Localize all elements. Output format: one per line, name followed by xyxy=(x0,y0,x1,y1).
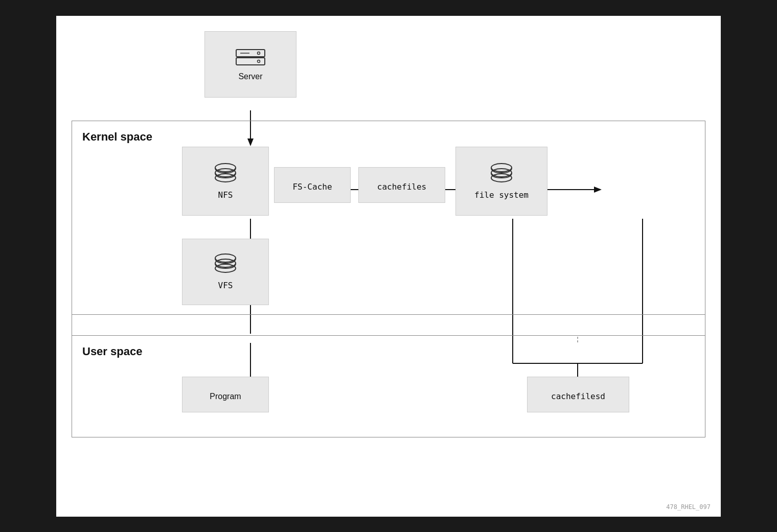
vfs-db-icon xyxy=(213,253,238,276)
fscache-box: FS-Cache xyxy=(274,167,351,203)
program-box: Program xyxy=(182,377,269,412)
nfs-db-icon xyxy=(213,163,238,186)
server-label: Server xyxy=(238,72,262,81)
svg-point-30 xyxy=(215,254,236,262)
separator xyxy=(72,315,705,335)
diagram-container: Server Kernel space NFS FS-Cache cache xyxy=(56,16,721,517)
filesystem-label: file system xyxy=(474,190,529,200)
cachefiles-box: cachefiles xyxy=(358,167,445,203)
server-icon xyxy=(235,48,266,68)
vfs-box: VFS xyxy=(182,239,269,305)
kernel-space-label: Kernel space xyxy=(82,130,152,144)
fscache-label: FS-Cache xyxy=(292,182,332,192)
program-label: Program xyxy=(210,392,241,401)
cachefilesd-box: cachefilesd xyxy=(527,377,629,412)
user-space-section: User space Program cachefilesd xyxy=(72,335,705,437)
svg-point-23 xyxy=(258,60,260,62)
svg-point-22 xyxy=(258,52,260,54)
vfs-label: VFS xyxy=(218,281,233,290)
nfs-label: NFS xyxy=(218,190,233,200)
user-space-label: User space xyxy=(82,345,142,358)
cachefiles-label: cachefiles xyxy=(377,182,426,192)
svg-rect-20 xyxy=(236,58,265,65)
watermark: 478_RHEL_097 xyxy=(666,503,711,511)
server-box: Server xyxy=(204,31,296,98)
filesystem-box: file system xyxy=(455,147,547,216)
svg-point-24 xyxy=(215,164,236,172)
cachefilesd-label: cachefilesd xyxy=(551,391,605,401)
filesystem-db-icon xyxy=(489,163,514,186)
svg-point-27 xyxy=(491,164,512,172)
kernel-space-section: Kernel space NFS FS-Cache cachefiles xyxy=(72,121,705,315)
nfs-box: NFS xyxy=(182,147,269,216)
